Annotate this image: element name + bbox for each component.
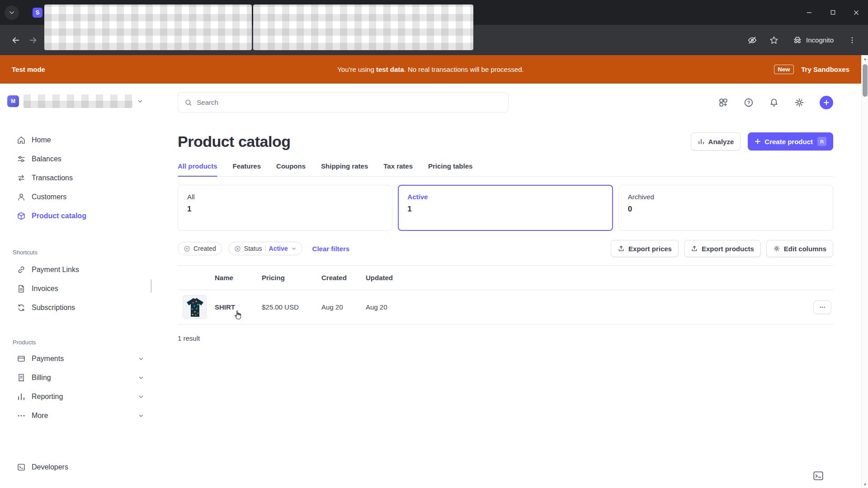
product-name[interactable]: SHIRT xyxy=(215,303,262,311)
table-row[interactable]: SHIRT $25.00 USD Aug 20 Aug 20 xyxy=(178,290,833,324)
close-button[interactable] xyxy=(844,0,868,25)
apps-icon[interactable] xyxy=(718,98,728,108)
product-thumbnail xyxy=(183,295,207,319)
sidebar-item-label: More xyxy=(32,412,48,420)
sidebar-item-product-catalog[interactable]: Product catalog xyxy=(0,206,152,225)
minimize-button[interactable] xyxy=(797,0,821,25)
card-all[interactable]: All 1 xyxy=(178,185,392,231)
product-updated: Aug 20 xyxy=(366,303,813,311)
forward-button[interactable] xyxy=(24,32,42,49)
password-reveal-button[interactable] xyxy=(744,32,761,49)
x-circle-icon[interactable] xyxy=(234,245,241,252)
tab-features[interactable]: Features xyxy=(233,162,261,176)
edit-columns-label: Edit columns xyxy=(784,245,826,253)
card-value: 1 xyxy=(187,205,383,214)
card-active[interactable]: Active 1 xyxy=(398,185,613,231)
table-header: Name Pricing Created Updated xyxy=(178,265,833,290)
message-bold: test data xyxy=(376,66,404,73)
analyze-chart-icon xyxy=(698,138,705,145)
status-filter-pill[interactable]: Status Active xyxy=(228,242,302,255)
sidebar-item-customers[interactable]: Customers xyxy=(0,188,152,206)
analyze-button[interactable]: Analyze xyxy=(691,132,741,150)
sidebar-item-payments[interactable]: Payments xyxy=(0,349,152,368)
chevron-down-icon xyxy=(137,98,143,104)
sidebar-item-label: Product catalog xyxy=(32,212,86,220)
clear-filters-link[interactable]: Clear filters xyxy=(312,245,350,253)
sidebar-item-home[interactable]: Home xyxy=(0,131,152,150)
developers-icon xyxy=(17,463,26,472)
analyze-label: Analyze xyxy=(708,138,734,145)
message-prefix: You're using xyxy=(337,66,376,73)
sidebar-scrollbar-thumb[interactable] xyxy=(151,279,152,293)
scrollbar-thumb[interactable] xyxy=(863,64,868,97)
page-scrollbar[interactable]: ▲ ▼ xyxy=(861,55,868,488)
column-header-name[interactable]: Name xyxy=(215,274,262,282)
scrollbar-down-arrow[interactable]: ▼ xyxy=(862,481,868,488)
result-count: 1 result xyxy=(178,334,833,342)
sidebar-item-reporting[interactable]: Reporting xyxy=(0,387,152,406)
tab-pricing-tables[interactable]: Pricing tables xyxy=(428,162,472,176)
tab-tax-rates[interactable]: Tax rates xyxy=(383,162,413,176)
topbar: ? xyxy=(178,92,833,113)
close-icon xyxy=(853,9,859,16)
export-icon xyxy=(618,245,625,252)
card-label: Active xyxy=(407,193,603,201)
sidebar-item-subscriptions[interactable]: Subscriptions xyxy=(0,298,152,317)
search-bar[interactable] xyxy=(178,92,509,113)
export-prices-button[interactable]: Export prices xyxy=(611,240,679,257)
card-label: Archived xyxy=(628,193,824,201)
sidebar-section-products: Products xyxy=(13,339,152,346)
column-header-pricing[interactable]: Pricing xyxy=(262,274,321,282)
export-products-button[interactable]: Export products xyxy=(684,240,761,257)
test-mode-message: You're using test data. No real transact… xyxy=(0,66,861,73)
browser-menu-button[interactable] xyxy=(844,32,861,49)
payments-icon xyxy=(17,354,26,363)
maximize-button[interactable] xyxy=(821,0,844,25)
search-input[interactable] xyxy=(197,99,502,106)
redacted-tab-title[interactable] xyxy=(44,5,252,50)
sidebar-item-transactions[interactable]: Transactions xyxy=(0,169,152,188)
created-filter-pill[interactable]: Created xyxy=(178,242,222,255)
sidebar-item-balances[interactable]: Balances xyxy=(0,150,152,169)
plus-circle-icon xyxy=(184,245,190,252)
sidebar-item-developers[interactable]: Developers xyxy=(0,458,152,477)
row-overflow-menu-button[interactable] xyxy=(813,300,831,314)
kebab-menu-icon xyxy=(848,36,856,44)
column-header-created[interactable]: Created xyxy=(321,274,366,282)
sidebar-item-label: Home xyxy=(32,136,51,144)
chevron-down-icon xyxy=(138,375,144,381)
tab-search-button[interactable] xyxy=(5,5,19,20)
tab-all-products[interactable]: All products xyxy=(178,162,217,176)
tab-coupons[interactable]: Coupons xyxy=(276,162,306,176)
message-suffix: . No real transactions will be processed… xyxy=(404,66,524,73)
test-mode-label: Test mode xyxy=(12,66,45,73)
redacted-address-bar[interactable] xyxy=(253,5,473,50)
card-value: 0 xyxy=(628,205,824,214)
bookmark-button[interactable] xyxy=(765,32,783,49)
sidebar-item-payment-links[interactable]: Payment Links xyxy=(0,260,152,279)
developer-console-button[interactable] xyxy=(812,470,824,482)
tab-favicon: S xyxy=(33,8,42,18)
column-header-updated[interactable]: Updated xyxy=(366,274,813,282)
account-name-redacted xyxy=(24,94,132,108)
create-product-button[interactable]: Create product n xyxy=(748,132,833,150)
scrollbar-up-arrow[interactable]: ▲ xyxy=(862,55,868,62)
card-archived[interactable]: Archived 0 xyxy=(618,185,833,231)
back-button[interactable] xyxy=(7,32,24,49)
sidebar-item-billing[interactable]: Billing xyxy=(0,368,152,387)
help-icon[interactable]: ? xyxy=(744,98,754,108)
tab-shipping-rates[interactable]: Shipping rates xyxy=(321,162,368,176)
account-switcher[interactable]: M xyxy=(7,94,143,108)
sidebar-item-more[interactable]: More xyxy=(0,406,152,425)
sidebar-item-label: Reporting xyxy=(32,393,63,401)
notifications-icon[interactable] xyxy=(769,98,779,108)
try-sandboxes-link[interactable]: Try Sandboxes xyxy=(801,66,849,73)
sidebar-item-invoices[interactable]: Invoices xyxy=(0,279,152,298)
settings-icon[interactable] xyxy=(794,98,804,108)
card-label: All xyxy=(187,193,383,201)
quick-create-button[interactable] xyxy=(820,96,833,109)
edit-columns-button[interactable]: Edit columns xyxy=(766,240,833,257)
product-catalog-icon xyxy=(17,211,26,221)
incognito-label: Incognito xyxy=(806,36,834,44)
search-icon xyxy=(184,99,192,107)
